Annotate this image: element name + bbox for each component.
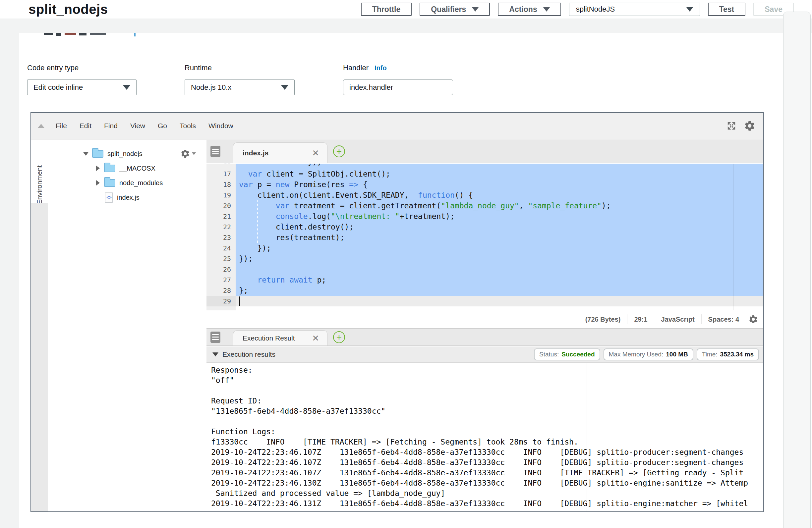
editor-settings-gear-icon[interactable]	[744, 120, 756, 132]
environment-tab-label: Environment	[35, 165, 43, 204]
line-number: 21	[206, 211, 231, 222]
menu-find[interactable]: Find	[104, 122, 118, 130]
tree-item-label: __MACOSX	[119, 165, 156, 172]
line-number: 22	[206, 222, 231, 232]
page-title: split_nodejs	[29, 2, 108, 17]
handler-input[interactable]	[343, 79, 453, 95]
qualifiers-button[interactable]: Qualifiers	[420, 3, 490, 16]
close-icon[interactable]: ✕	[312, 149, 319, 157]
add-tab-icon[interactable]: +	[333, 145, 345, 157]
code-entry-type-field: Code entry type Edit code inline	[27, 63, 136, 95]
code-line-27: return await p;	[239, 275, 326, 285]
status-item: 29:1	[627, 314, 654, 324]
function-code-panel: Code entry type Edit code inline Runtime…	[19, 33, 812, 528]
line-number: 17	[206, 168, 231, 179]
status-bar-gear-icon[interactable]	[748, 314, 758, 324]
menu-view[interactable]: View	[130, 122, 145, 130]
line-number: 18	[206, 179, 231, 190]
editor-menubar: FileEditFindViewGoToolsWindow	[31, 113, 763, 140]
tab-list-icon[interactable]	[211, 146, 220, 157]
code-entry-type-label: Code entry type	[27, 63, 136, 72]
test-label: Test	[719, 5, 735, 14]
tree-item-split-nodejs[interactable]: split_nodejs	[48, 146, 206, 161]
code-editor[interactable]: 1617181920212223242526272829 }); var cli…	[206, 164, 763, 310]
folder-icon	[104, 165, 115, 172]
tree-item-node-modules[interactable]: node_modules	[48, 176, 206, 190]
status-item: JavaScript	[654, 314, 701, 324]
tab-execution-result[interactable]: Execution Result ✕	[233, 330, 328, 346]
test-event-value: splitNodeJS	[576, 5, 615, 14]
chevron-down-icon	[281, 85, 288, 90]
test-button[interactable]: Test	[708, 3, 746, 16]
print-margin-line	[586, 363, 587, 511]
collapse-results-icon[interactable]	[213, 352, 218, 356]
badge-time: Time:3523.34 ms	[697, 349, 759, 361]
menu-edit[interactable]: Edit	[79, 122, 91, 130]
actions-label: Actions	[509, 5, 537, 14]
runtime-label: Runtime	[185, 63, 295, 72]
handler-info-link[interactable]: Info	[375, 64, 387, 72]
collapse-panel-icon[interactable]	[38, 124, 44, 128]
project-settings-gear-icon[interactable]	[180, 149, 196, 159]
chevron-down-icon	[123, 85, 130, 90]
editor-status-bar: (726 Bytes)29:1JavaScriptSpaces: 4	[206, 310, 763, 328]
tab-index-js-label: index.js	[243, 149, 269, 157]
line-number: 19	[206, 190, 231, 201]
code-line-20: var treatment = client.getTreatment("lam…	[239, 201, 611, 211]
results-tab-bar: Execution Result ✕ +	[206, 328, 763, 346]
runtime-select[interactable]: Node.js 10.x	[185, 79, 295, 95]
tree-collapse-icon[interactable]	[82, 152, 89, 156]
function-header: split_nodejs Throttle Qualifiers Actions…	[0, 0, 812, 19]
tree-item-label: split_nodejs	[107, 150, 143, 158]
editor-tab-bar: index.js ✕ +	[206, 140, 763, 163]
file-tree: split_nodejs__MACOSXnode_modules<>index.…	[48, 140, 206, 511]
line-number: 20	[206, 201, 231, 211]
code-line-17: var client = SplitObj.client();	[239, 168, 390, 179]
chevron-down-icon	[686, 7, 693, 12]
badge-max-memory-used: Max Memory Used:100 MB	[604, 349, 693, 361]
sidebar-strip-lower	[31, 203, 48, 511]
tree-item-label: index.js	[117, 194, 140, 201]
code-line-19: client.on(client.Event.SDK_READY, functi…	[239, 190, 473, 201]
handler-label: Handler	[343, 63, 368, 72]
actions-button[interactable]: Actions	[498, 3, 561, 16]
menu-file[interactable]: File	[56, 122, 67, 130]
chevron-down-icon	[543, 7, 550, 12]
clipped-content-sliver	[19, 33, 812, 37]
tab-list-icon[interactable]	[211, 332, 220, 343]
fullscreen-icon[interactable]	[726, 121, 737, 131]
throttle-label: Throttle	[372, 5, 401, 14]
page-scrollbar[interactable]	[783, 12, 811, 528]
execution-log-area: Response: "off" Request ID: "131e865f-6e…	[206, 363, 763, 511]
header-actions: Throttle Qualifiers Actions splitNodeJS …	[361, 3, 794, 16]
editor-column: index.js ✕ + 161718192021222324252627282…	[206, 140, 763, 511]
print-margin-line	[734, 164, 734, 310]
result-badges: Status:SucceededMax Memory Used:100 MBTi…	[534, 349, 759, 361]
text-cursor	[239, 296, 240, 306]
tree-item--macosx[interactable]: __MACOSX	[48, 161, 206, 176]
save-label: Save	[765, 5, 783, 14]
menu-window[interactable]: Window	[208, 122, 233, 130]
menu-tools[interactable]: Tools	[180, 122, 196, 130]
js-file-icon: <>	[105, 192, 113, 203]
code-line-18: var p = new Promise(res => {	[239, 179, 367, 190]
tree-expand-icon[interactable]	[94, 165, 101, 171]
throttle-button[interactable]: Throttle	[361, 3, 412, 16]
line-number: 24	[206, 243, 231, 253]
runtime-value: Node.js 10.x	[191, 83, 231, 92]
line-number: 26	[206, 264, 231, 275]
tree-item-index-js[interactable]: <>index.js	[48, 190, 206, 205]
code-line-21: console.log("\ntreatment: "+treatment);	[239, 211, 455, 222]
code-line-24: });	[239, 243, 271, 253]
code-line-25: });	[239, 253, 253, 264]
tab-index-js[interactable]: index.js ✕	[233, 143, 328, 163]
tab-execution-result-label: Execution Result	[243, 334, 295, 342]
folder-icon	[92, 150, 103, 158]
code-entry-type-value: Edit code inline	[33, 83, 83, 92]
code-entry-type-select[interactable]: Edit code inline	[27, 79, 136, 95]
tree-expand-icon[interactable]	[94, 180, 101, 186]
test-event-select[interactable]: splitNodeJS	[569, 3, 700, 16]
menu-go[interactable]: Go	[158, 122, 167, 130]
add-tab-icon[interactable]: +	[333, 331, 345, 343]
close-icon[interactable]: ✕	[312, 334, 319, 342]
